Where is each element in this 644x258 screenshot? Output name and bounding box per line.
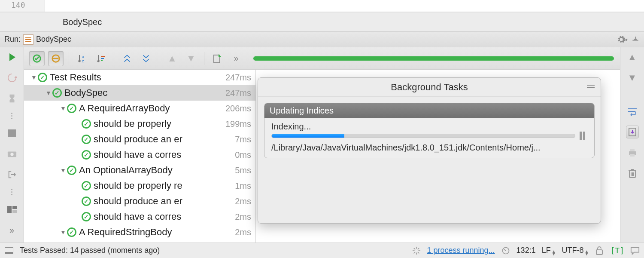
scroll-down-icon[interactable]: ▼ — [626, 71, 639, 84]
test-label: Test Results — [50, 72, 222, 83]
spinner-icon — [412, 246, 421, 255]
toolwindows-button[interactable] — [4, 246, 14, 255]
chevron-down-icon[interactable]: ▼ — [59, 167, 67, 174]
test-passed-icon: ✓ — [67, 166, 76, 175]
editor-gutter: 140 — [0, 0, 45, 12]
soft-wrap-button[interactable] — [626, 105, 639, 118]
scroll-to-end-button[interactable] — [626, 126, 639, 138]
status-bar: Tests Passed: 14 passed (moments ago) 1 … — [0, 243, 644, 258]
gear-icon[interactable] — [617, 35, 626, 44]
svg-rect-31 — [596, 250, 602, 255]
svg-rect-17 — [630, 149, 635, 151]
svg-rect-18 — [630, 154, 635, 157]
sort-duration-button[interactable] — [93, 51, 109, 66]
test-duration: 7ms — [231, 135, 251, 144]
run-label: Run: — [4, 35, 21, 44]
test-tree[interactable]: ▼✓Test Results247ms▼✓BodySpec247ms▼✓A Re… — [24, 70, 256, 243]
print-button[interactable] — [626, 146, 639, 159]
test-duration: 247ms — [222, 88, 251, 98]
chevron-down-icon[interactable]: ▼ — [59, 229, 67, 236]
svg-line-28 — [414, 252, 415, 253]
collapse-all-button[interactable] — [138, 51, 154, 66]
test-label: should have a corres — [94, 149, 231, 160]
sidebar-divider — [11, 113, 12, 119]
trash-button[interactable] — [626, 167, 639, 180]
test-duration: 0ms — [231, 150, 251, 160]
background-tasks-title-label: Background Tasks — [391, 82, 468, 93]
test-tree-row[interactable]: ✓should have a corres2ms — [24, 209, 255, 224]
chevron-down-icon[interactable]: ▼ — [30, 74, 38, 81]
exit-button[interactable] — [6, 168, 18, 181]
test-tree-row[interactable]: ▼✓A RequiredStringBody2ms — [24, 224, 255, 240]
chevron-down-icon[interactable]: ▼ — [45, 89, 52, 96]
test-passed-icon: ✓ — [82, 181, 91, 190]
svg-line-29 — [418, 248, 419, 249]
dump-threads-button[interactable] — [6, 92, 18, 105]
minimize-icon[interactable] — [587, 85, 595, 88]
svg-rect-4 — [12, 206, 17, 209]
test-label: should be properly re — [94, 180, 231, 191]
test-tree-row[interactable]: ✓should be properly re1ms — [24, 178, 255, 194]
svg-text:z: z — [82, 59, 84, 63]
gear-dropdown-icon[interactable]: ▾ — [625, 37, 628, 43]
processes-link[interactable]: 1 process running... — [427, 246, 495, 255]
svg-point-2 — [10, 153, 13, 156]
task-heading: Updating Indices — [264, 103, 594, 118]
camera-icon[interactable] — [6, 147, 18, 160]
test-passed-icon: ✓ — [82, 197, 91, 206]
test-tree-row[interactable]: ▼✓An OptionalArrayBody5ms — [24, 163, 255, 178]
encoding[interactable]: UTF-8▲▼ — [562, 246, 589, 255]
stop-button[interactable] — [6, 127, 18, 140]
tests-status-text: Tests Passed: 14 passed (moments ago) — [20, 246, 160, 255]
gauge-icon[interactable] — [501, 246, 510, 255]
test-passed-icon: ✓ — [82, 150, 91, 160]
gutter-line-number: 140 — [11, 0, 25, 9]
background-tasks-popup[interactable]: Background Tasks Updating Indices Indexi… — [258, 77, 601, 224]
svg-rect-3 — [7, 206, 12, 213]
more-toolbar-button[interactable]: » — [228, 51, 244, 66]
breadcrumb-item[interactable]: BodySpec — [63, 17, 102, 27]
lock-icon[interactable] — [595, 246, 604, 255]
test-tree-row[interactable]: ✓should have a corres0ms — [24, 147, 255, 163]
test-tree-row[interactable]: ▼✓Test Results247ms — [24, 70, 255, 85]
scroll-up-icon[interactable]: ▲ — [626, 51, 639, 64]
caret-position[interactable]: 132:1 — [516, 246, 536, 255]
task-progress-bar — [271, 134, 575, 138]
svg-rect-5 — [12, 210, 17, 213]
test-tree-row[interactable]: ✓should produce an er7ms — [24, 132, 255, 147]
show-ignored-toggle[interactable] — [48, 51, 64, 66]
run-sidebar-right: ▲ ▼ — [620, 47, 644, 243]
background-task: Updating Indices Indexing... /Library/Ja… — [264, 103, 595, 158]
inspections-badge[interactable]: [T] — [610, 246, 624, 255]
rerun-button[interactable] — [6, 51, 18, 64]
hide-toolwindow-icon[interactable] — [631, 35, 640, 44]
toggle-autotest-button[interactable] — [6, 71, 18, 84]
test-label: should produce an er — [94, 134, 231, 145]
svg-line-26 — [414, 248, 415, 249]
expand-all-button[interactable] — [119, 51, 135, 66]
more-button[interactable]: » — [6, 224, 18, 236]
export-results-button[interactable] — [210, 51, 225, 66]
test-tree-row[interactable]: ▼✓A RequiredArrayBody206ms — [24, 101, 255, 116]
sort-alpha-button[interactable]: az — [74, 51, 90, 66]
test-passed-icon: ✓ — [82, 135, 91, 144]
layout-button[interactable] — [6, 203, 18, 216]
next-failed-button[interactable]: ▼ — [183, 51, 199, 66]
pause-button[interactable] — [580, 132, 587, 140]
line-separator[interactable]: LF▲▼ — [542, 246, 556, 255]
run-config-name[interactable]: BodySpec — [36, 35, 71, 44]
task-status: Indexing... — [271, 122, 587, 132]
prev-failed-button[interactable]: ▲ — [164, 51, 180, 66]
test-tree-row[interactable]: ▼✓BodySpec247ms — [24, 85, 255, 101]
chevron-down-icon[interactable]: ▼ — [59, 105, 67, 112]
feedback-icon[interactable] — [630, 246, 640, 255]
test-label: should produce an er — [94, 196, 231, 207]
show-passed-toggle[interactable] — [29, 51, 45, 66]
test-tree-row[interactable]: ✓should produce an er2ms — [24, 194, 255, 209]
test-passed-icon: ✓ — [67, 227, 76, 237]
test-duration: 1ms — [231, 181, 251, 191]
test-passed-icon: ✓ — [82, 119, 91, 129]
run-config-icon — [23, 34, 33, 45]
test-duration: 247ms — [222, 73, 251, 83]
test-tree-row[interactable]: ✓should be properly199ms — [24, 116, 255, 132]
